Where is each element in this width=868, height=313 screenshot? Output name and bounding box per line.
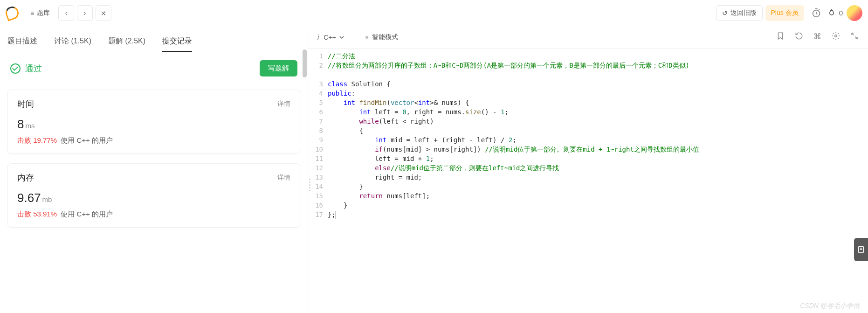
- memory-beat: 击败 53.91% 使用 C++ 的用户: [17, 210, 290, 219]
- status-accepted: 通过: [10, 63, 42, 74]
- time-beat: 击败 19.77% 使用 C++ 的用户: [17, 136, 290, 145]
- svg-point-1: [835, 35, 837, 37]
- text-cursor: [336, 211, 336, 219]
- prev-button[interactable]: ‹: [58, 5, 74, 21]
- main-split: 题目描述 讨论 (1.5K) 题解 (2.5K) 提交记录 通过 写题解 时间 …: [0, 26, 868, 313]
- tab-discuss[interactable]: 讨论 (1.5K): [54, 32, 91, 52]
- code-content: //二分法 //将数组分为两部分升序的子数组：A~B和C~D两部分(A是第一部分…: [328, 51, 868, 313]
- logo-icon[interactable]: [4, 5, 21, 21]
- code-editor[interactable]: 1234567891011121314151617 //二分法 //将数组分为两…: [308, 49, 868, 313]
- timer-icon[interactable]: [808, 5, 824, 21]
- streak-count[interactable]: 0: [827, 8, 843, 18]
- time-detail-link[interactable]: 详情: [277, 100, 290, 108]
- result-row: 通过 写题解: [0, 52, 308, 85]
- write-solution-button[interactable]: 写题解: [260, 60, 297, 77]
- avatar[interactable]: [847, 5, 862, 21]
- right-panel: iC++ 智能模式 ⌘ 1234567891011121314151617 //: [308, 26, 868, 313]
- memory-card: 内存 详情 9.67mb 击败 53.91% 使用 C++ 的用户: [7, 163, 300, 228]
- editor-toolbar: iC++ 智能模式 ⌘: [308, 26, 868, 49]
- shuffle-button[interactable]: ⤨: [96, 5, 111, 21]
- dot-icon: [365, 36, 368, 39]
- reset-icon[interactable]: [795, 32, 803, 42]
- time-title: 时间: [17, 98, 34, 110]
- tab-submissions[interactable]: 提交记录: [162, 32, 192, 52]
- smart-mode[interactable]: 智能模式: [365, 33, 398, 42]
- tab-bar: 题目描述 讨论 (1.5K) 题解 (2.5K) 提交记录: [0, 26, 308, 52]
- side-notes-tab[interactable]: [854, 238, 868, 261]
- note-icon: [857, 245, 865, 254]
- memory-detail-link[interactable]: 详情: [277, 174, 290, 182]
- top-bar: ≡题库 ‹ › ⤨ ↺返回旧版 Plus 会员 0: [0, 0, 868, 26]
- time-value: 8: [17, 117, 24, 131]
- memory-value: 9.67: [17, 191, 41, 205]
- back-old-version-button[interactable]: ↺返回旧版: [716, 5, 763, 21]
- tab-solution[interactable]: 题解 (2.5K): [108, 32, 145, 52]
- chevron-down-icon: [339, 35, 344, 40]
- fullscreen-icon[interactable]: [850, 32, 859, 42]
- language-selector[interactable]: iC++: [317, 34, 344, 41]
- watermark: CSDN @卷毛小学僧: [800, 302, 860, 310]
- time-card: 时间 详情 8ms 击败 19.77% 使用 C++ 的用户: [7, 90, 300, 154]
- settings-icon[interactable]: [832, 32, 840, 42]
- next-button[interactable]: ›: [77, 5, 93, 21]
- check-icon: [10, 63, 21, 74]
- plus-member-button[interactable]: Plus 会员: [765, 5, 804, 21]
- tab-description[interactable]: 题目描述: [7, 32, 37, 52]
- problems-link[interactable]: ≡题库: [25, 5, 55, 21]
- left-panel: 题目描述 讨论 (1.5K) 题解 (2.5K) 提交记录 通过 写题解 时间 …: [0, 26, 308, 313]
- shortcut-icon[interactable]: ⌘: [813, 32, 821, 42]
- fire-icon: [827, 8, 836, 18]
- bookmark-icon[interactable]: [776, 32, 785, 42]
- split-handle[interactable]: [308, 175, 311, 194]
- memory-title: 内存: [17, 172, 34, 183]
- scrollbar-thumb[interactable]: [303, 49, 307, 77]
